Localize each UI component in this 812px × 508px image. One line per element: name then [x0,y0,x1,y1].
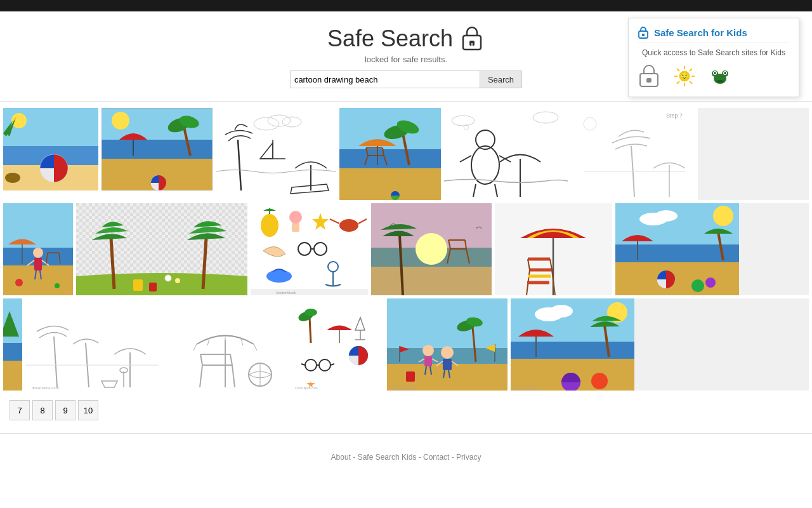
svg-rect-128 [371,264,492,295]
svg-point-35 [5,173,20,183]
svg-point-157 [691,279,704,292]
header: Safe Search locked for safe results. Sea… [0,11,812,95]
svg-point-151 [713,206,733,226]
image-row-3: dreamstine.com [3,298,809,391]
svg-line-14 [690,69,692,71]
svg-point-116 [339,219,358,232]
svg-point-39 [112,112,129,130]
popup-lock-icon [638,26,649,39]
svg-rect-68 [444,108,568,200]
svg-line-13 [690,81,692,84]
grid-image-14[interactable]: dreamstine.com [25,298,159,391]
grid-image-15[interactable] [162,298,289,391]
lock-icon-header [459,24,485,53]
grid-image-4[interactable] [339,108,441,200]
svg-rect-161 [3,343,22,361]
footer-privacy[interactable]: Privacy [456,453,481,462]
svg-text:© dreamstime.com: © dreamstime.com [390,386,417,390]
footer-sep-2: - [419,453,423,462]
popup-icon-frog[interactable] [709,65,731,88]
grid-image-11[interactable] [495,203,612,295]
footer-contact[interactable]: Contact [423,453,449,462]
svg-line-12 [677,69,679,71]
page-btn-8[interactable]: 8 [32,400,53,420]
grid-image-5[interactable] [444,108,568,200]
footer-safe-search-kids[interactable]: Safe Search Kids [358,453,417,462]
footer-about[interactable]: About [331,453,351,462]
footer-sep-1: - [353,453,357,462]
svg-rect-225 [511,342,634,359]
svg-point-122 [266,270,292,283]
pagination: 7 8 9 10 [0,394,812,427]
grid-image-8[interactable] [76,203,247,295]
svg-rect-38 [102,140,213,159]
grid-image-17[interactable]: © dreamstime.com [387,298,508,391]
grid-image-3[interactable] [216,108,336,197]
image-row-2: VectorStock [3,203,809,295]
grid-image-7[interactable] [3,203,73,295]
svg-rect-46 [216,108,336,197]
top-bar [0,0,812,11]
grid-image-9[interactable]: VectorStock [251,203,368,295]
images-container: Step 7 [0,108,812,391]
svg-point-25 [724,72,726,74]
popup-icon-sun[interactable] [673,65,696,88]
grid-image-2[interactable] [102,108,213,190]
search-input[interactable] [290,70,480,88]
grid-image-10[interactable] [371,203,492,295]
svg-line-15 [677,81,679,84]
grid-image-16[interactable]: CoolClipart.com [292,298,384,391]
popup-icon-lock[interactable] [638,64,660,89]
svg-point-88 [33,248,43,258]
svg-point-18 [686,75,687,76]
svg-point-17 [683,75,684,76]
grid-image-6[interactable]: Step 7 [571,108,809,200]
popup-subtitle: Quick access to Safe Search sites for Ki… [638,43,790,57]
svg-point-229 [550,305,573,318]
svg-rect-89 [34,258,42,271]
svg-rect-125 [251,289,368,295]
svg-rect-216 [443,359,452,370]
svg-point-215 [441,346,454,359]
footer-divider [0,433,812,434]
svg-line-187 [310,318,311,343]
svg-text:© dreamstime.com: © dreamstime.com [514,386,540,390]
header-divider [0,101,812,102]
svg-point-189 [304,309,317,316]
svg-point-97 [15,279,23,286]
footer-sep-3: - [452,453,456,462]
site-title: Safe Search [327,25,453,52]
svg-point-24 [714,72,716,74]
popup-icons-row [638,64,790,89]
svg-point-108 [165,275,171,281]
popup-panel: Safe Search for Kids Quick access to Saf… [628,18,799,97]
svg-rect-55 [339,165,441,200]
page-btn-10[interactable]: 10 [78,400,98,420]
svg-rect-4 [642,34,645,36]
svg-rect-221 [406,371,415,382]
svg-text:CoolClipart.com: CoolClipart.com [295,386,318,390]
svg-text:VectorStock: VectorStock [276,291,297,295]
popup-title-row: Safe Search for Kids [638,26,790,39]
svg-point-109 [175,278,180,283]
svg-rect-107 [149,283,157,291]
footer: About - Safe Search Kids - Contact - Pri… [0,440,812,474]
page-btn-7[interactable]: 7 [10,400,30,420]
search-button[interactable]: Search [480,70,522,88]
svg-point-30 [11,113,27,128]
grid-image-18[interactable]: © dreamstime.com [511,298,809,391]
svg-point-114 [289,211,302,224]
svg-point-232 [591,373,608,389]
svg-text:dreamstine.com: dreamstine.com [32,386,59,390]
page-btn-9[interactable]: 9 [55,400,75,420]
svg-text:Step 7: Step 7 [666,112,683,119]
grid-image-13[interactable] [3,298,22,391]
popup-title: Safe Search for Kids [654,27,747,38]
svg-rect-149 [615,260,739,295]
grid-image-12[interactable] [615,203,809,295]
svg-rect-6 [646,78,652,83]
svg-rect-210 [424,356,432,366]
grid-image-1[interactable] [3,108,98,190]
image-row-1: Step 7 [3,108,809,200]
svg-rect-160 [3,359,22,391]
